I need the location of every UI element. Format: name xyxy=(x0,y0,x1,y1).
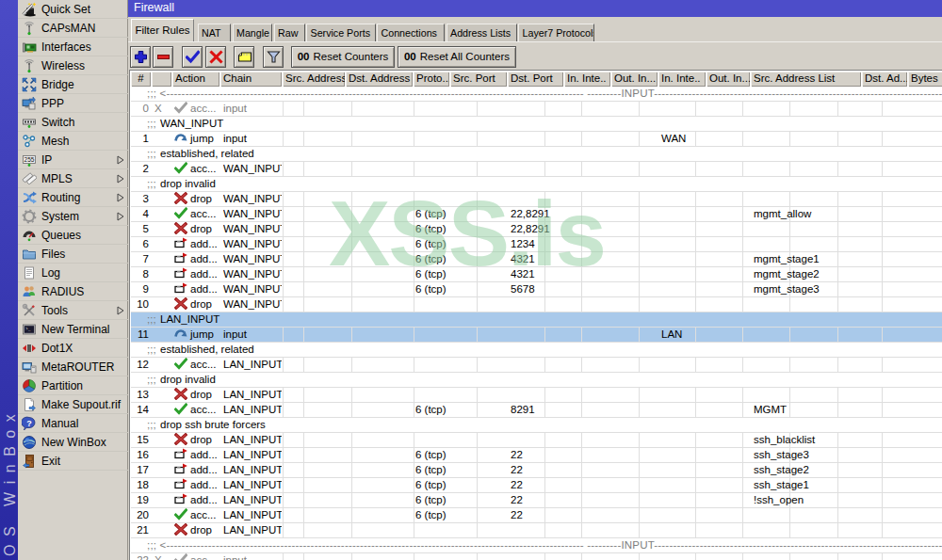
svg-text:?: ? xyxy=(26,419,32,428)
svg-text:255: 255 xyxy=(24,156,35,163)
svg-text:✦: ✦ xyxy=(32,2,37,8)
svg-text:>_: >_ xyxy=(25,327,31,331)
svg-text:✦: ✦ xyxy=(28,2,32,7)
